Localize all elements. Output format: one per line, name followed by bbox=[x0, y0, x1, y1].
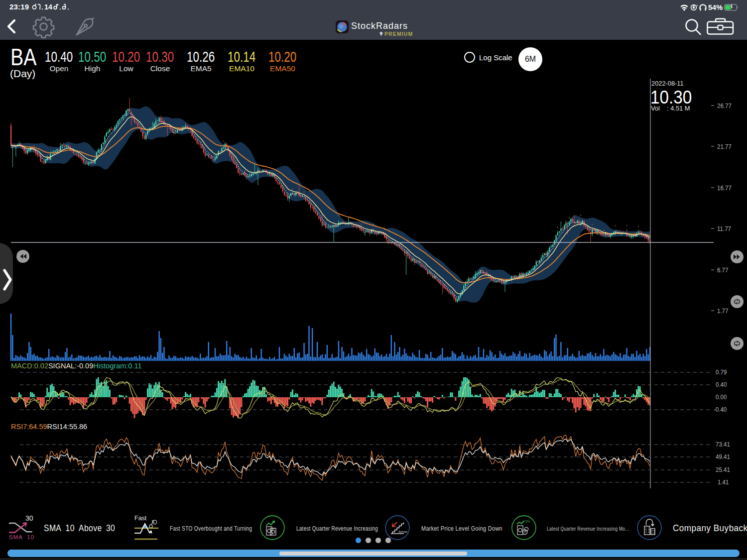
svg-text:14: 14 bbox=[44, 3, 52, 11]
svg-text:30: 30 bbox=[25, 514, 33, 522]
svg-text:Fast: Fast bbox=[134, 515, 147, 522]
svg-text:54%: 54% bbox=[708, 3, 723, 11]
svg-text:Spread: Spread bbox=[398, 530, 407, 533]
svg-text:5%: 5% bbox=[525, 520, 530, 523]
svg-text:SMA 10: SMA 10 bbox=[9, 534, 34, 540]
